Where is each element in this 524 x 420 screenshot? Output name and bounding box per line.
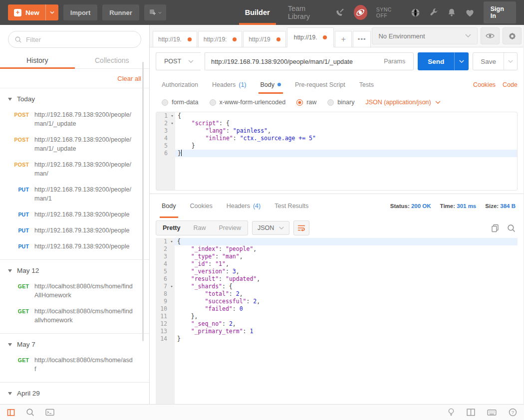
response-tab-cookies[interactable]: Cookies	[190, 194, 213, 218]
history-date-header[interactable]: May 12	[0, 260, 149, 278]
open-new-tab-button[interactable]: +	[335, 31, 351, 47]
view-preview-button[interactable]: Preview	[212, 221, 247, 235]
body-mode-raw[interactable]: raw	[296, 99, 316, 106]
history-item[interactable]: GEThttp://localhost:8080/cms/home/findal…	[0, 303, 149, 328]
url-input[interactable]	[205, 58, 376, 65]
response-tab-test-results[interactable]: Test Results	[274, 194, 308, 218]
tab-label: Authorization	[162, 81, 198, 88]
body-mode-x-www-form-urlencoded[interactable]: x-www-form-urlencoded	[210, 99, 286, 106]
history-item[interactable]: PUThttp://192.168.79.138:9200/people	[0, 222, 149, 238]
history-item[interactable]: GEThttp://localhost:8080/cms/home/findAl…	[0, 278, 149, 303]
history-date-header[interactable]: May 7	[0, 334, 149, 352]
copy-response-button[interactable]	[491, 224, 499, 232]
history-item[interactable]: POSThttp://192.168.79.138:9200/people/ma…	[0, 132, 149, 157]
satellite-proxy-icon[interactable]	[335, 7, 345, 17]
tab-pre-request-script[interactable]: Pre-request Script	[295, 75, 345, 94]
clear-all-link[interactable]: Clear all	[117, 75, 141, 82]
response-body-viewer[interactable]: 1▾{2 "_index": "people",3 "_type": "man"…	[156, 238, 518, 404]
history-item[interactable]: PUThttp://192.168.79.138:9200/people	[0, 207, 149, 222]
help-button[interactable]: ?	[509, 408, 517, 417]
line-number: 14	[156, 335, 169, 343]
new-dropdown-caret[interactable]	[45, 4, 58, 20]
shortcuts-button[interactable]	[487, 409, 497, 416]
nav-tab-builder[interactable]: Builder	[236, 0, 279, 25]
send-button[interactable]: Send	[418, 52, 469, 70]
body-mode-form-data[interactable]: form-data	[162, 99, 199, 106]
request-url: http://localhost:8080/cms/home/findallvh…	[34, 307, 133, 325]
history-date-header[interactable]: Today	[0, 88, 149, 107]
sidebar-tab-collections[interactable]: Collections	[75, 52, 150, 68]
fold-arrow-icon	[169, 335, 175, 343]
request-tab[interactable]: http://19.	[153, 31, 197, 47]
history-item[interactable]: GEThttp://localhost:8080/cms/home/asdf	[0, 352, 149, 377]
filter-input[interactable]	[26, 36, 135, 43]
params-button[interactable]: Params	[376, 58, 413, 65]
sidebar-tab-history[interactable]: History	[0, 52, 75, 68]
history-item[interactable]: POSThttp://192.168.79.138:9200/people/ma…	[0, 157, 149, 182]
search-response-button[interactable]	[507, 224, 516, 232]
response-format-select[interactable]: JSON	[252, 221, 289, 235]
save-dropdown-caret[interactable]	[504, 53, 517, 70]
history-date-header[interactable]: April 29	[0, 383, 149, 401]
environment-quicklook-button[interactable]	[481, 27, 500, 44]
code-link[interactable]: Code	[503, 81, 518, 88]
sidebar: HistoryCollections Clear all TodayPOSTht…	[0, 25, 150, 404]
history-list: TodayPOSThttp://192.168.79.138:9200/peop…	[0, 88, 149, 404]
heart-icon[interactable]	[465, 8, 475, 17]
request-body-editor[interactable]: 1▾{2▾ "script": {3 "lang": "painless",4 …	[156, 112, 518, 191]
history-item[interactable]: PUThttp://192.168.79.138:9200/people	[0, 238, 149, 254]
interceptor-icon[interactable]	[354, 5, 367, 20]
code-text: },	[175, 313, 518, 320]
request-tab[interactable]: http://19:	[198, 31, 243, 47]
tips-button[interactable]	[448, 408, 455, 417]
code-line: 4 "inline": "ctx._source.age += 5"	[156, 135, 517, 142]
send-dropdown-caret[interactable]	[454, 52, 469, 70]
environment-select[interactable]: No Environment	[372, 27, 478, 44]
code-line: 9 "successful": 2,	[156, 298, 518, 305]
tab-headers[interactable]: Headers(1)	[212, 75, 247, 94]
request-tab[interactable]: http://19	[243, 31, 285, 47]
globe-icon[interactable]	[411, 8, 420, 17]
body-mode-label: binary	[337, 99, 354, 106]
status-label: Status:	[390, 203, 410, 209]
sidebar-scrollbar[interactable]	[142, 62, 144, 341]
more-tabs-button[interactable]: •••	[353, 31, 371, 47]
two-pane-view-button[interactable]	[467, 409, 475, 416]
request-url: http://192.168.79.138:9200/people/man/1/…	[34, 135, 133, 153]
history-item[interactable]: GEThttp://localhost:8080/cms/home/findvc…	[0, 401, 149, 404]
import-button[interactable]: Import	[63, 4, 97, 20]
runner-button[interactable]: Runner	[102, 4, 139, 20]
method-select[interactable]: POST	[156, 52, 201, 70]
cookies-link[interactable]: Cookies	[473, 81, 496, 88]
history-item[interactable]: PUThttp://192.168.79.138:9200/people/man…	[0, 182, 149, 207]
view-pretty-button[interactable]: Pretty	[156, 221, 187, 235]
code-line: 1▾{	[156, 238, 518, 245]
request-tabstrip: http://19.http://19:http://19http://19. …	[150, 25, 524, 47]
body-mode-binary[interactable]: binary	[327, 99, 354, 106]
bell-icon[interactable]	[447, 8, 456, 17]
wrench-icon[interactable]	[429, 8, 438, 17]
save-button[interactable]: Save	[473, 52, 518, 70]
line-number: 2	[156, 245, 169, 253]
unsaved-dot-icon	[276, 37, 280, 41]
view-raw-button[interactable]: Raw	[187, 221, 212, 235]
content-type-select[interactable]: JSON (application/json)	[365, 99, 440, 106]
nav-tab-team-library[interactable]: Team Library	[279, 0, 335, 25]
response-tab-body[interactable]: Body	[162, 194, 176, 218]
console-button[interactable]	[45, 409, 54, 416]
response-tab-headers[interactable]: Headers(4)	[227, 194, 261, 218]
tab-authorization[interactable]: Authorization	[162, 75, 198, 94]
tab-tests[interactable]: Tests	[359, 75, 374, 94]
request-tab[interactable]: http://19.	[287, 27, 334, 47]
new-window-button[interactable]	[144, 4, 166, 20]
wrap-text-button[interactable]	[293, 220, 309, 235]
new-button[interactable]: + New	[8, 4, 58, 20]
sign-in-button[interactable]: Sign In	[484, 1, 516, 23]
settings-button[interactable]	[503, 27, 522, 44]
global-search-button[interactable]	[26, 408, 34, 417]
history-date-label: May 7	[17, 341, 35, 348]
tab-body[interactable]: Body	[261, 75, 281, 94]
history-item[interactable]: POSThttp://192.168.79.138:9200/people/ma…	[0, 107, 149, 132]
toggle-sidebar-button[interactable]	[7, 409, 15, 417]
url-bar: POST Params Send Save	[150, 47, 524, 75]
